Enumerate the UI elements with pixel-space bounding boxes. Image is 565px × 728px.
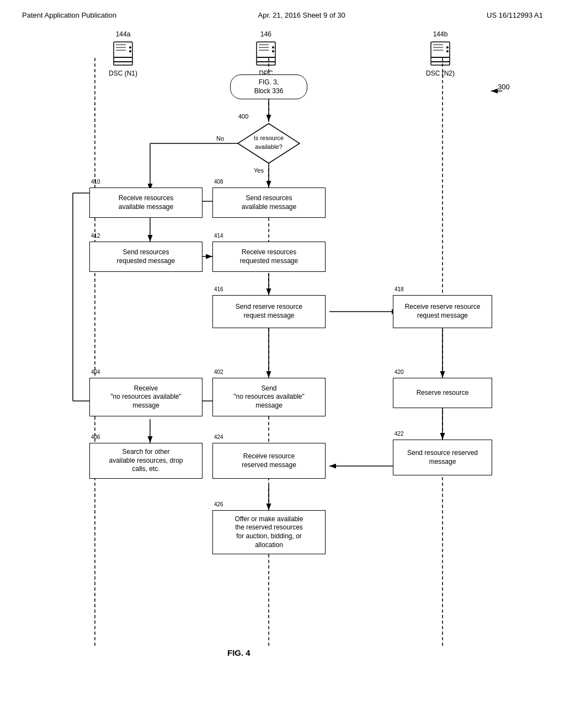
node-412-id: 412: [91, 232, 100, 239]
header-left: Patent Application Publication: [22, 11, 116, 19]
node-422-label: Send resource reserved message: [407, 449, 478, 465]
node-426-id: 426: [214, 501, 223, 508]
header-right: US 16/112993 A1: [487, 11, 543, 19]
yes-label: Yes: [254, 167, 264, 174]
node-416-label: Send reserve resource request message: [236, 303, 302, 319]
node-408-label: Send resources available message: [242, 194, 296, 211]
node-402-label: Send "no resources available" message: [233, 384, 305, 409]
diagram-area: 144a DSC (N1) 146: [23, 25, 542, 676]
dsc-n2-entity: 144b DSC (N2): [426, 30, 455, 77]
diamond-400: 400 Is resource available?: [236, 121, 302, 167]
node-404-id: 404: [91, 368, 100, 376]
dsc-n1-id-label: 144a: [109, 30, 137, 38]
dpc-id-label: 146: [252, 30, 280, 38]
node-404-label: Receive "no resources available" message: [110, 384, 182, 409]
box-408: 408 Send resources available message: [212, 188, 326, 218]
dsc-n2-label: DSC (N2): [426, 69, 455, 77]
node-420-label: Reserve resource: [417, 389, 469, 397]
node-414-id: 414: [214, 232, 223, 239]
dsc-n1-entity: 144a DSC (N1): [109, 30, 137, 77]
node-406-id: 406: [91, 433, 100, 441]
node-406-label: Search for other available resources, dr…: [109, 448, 183, 473]
svg-text:Is resource: Is resource: [254, 135, 284, 141]
svg-rect-25: [114, 57, 132, 62]
dsc-n1-label: DSC (N1): [109, 69, 137, 77]
box-420: 420 Reserve resource: [393, 378, 492, 408]
figure-number-arrow: [487, 85, 503, 97]
fig3-block-ref: FIG. 3, Block 336: [230, 74, 307, 99]
header-middle: Apr. 21, 2016 Sheet 9 of 30: [258, 11, 345, 19]
box-402: 402 Send "no resources available" messag…: [212, 378, 326, 416]
svg-point-44: [446, 50, 449, 52]
dpc-icon: [252, 39, 280, 67]
box-416: 416 Send reserve resource request messag…: [212, 295, 326, 328]
svg-point-36: [272, 50, 274, 52]
dpc-entity: 146 DPC: [252, 30, 280, 77]
dsc-n1-icon: [109, 39, 137, 67]
box-404: 404 Receive "no resources available" mes…: [89, 378, 202, 416]
box-412: 412 Send resources requested message: [89, 242, 202, 272]
node-418-label: Receive reserve resource request message: [405, 303, 481, 319]
node-408-id: 408: [214, 178, 223, 185]
node-426-label: Offer or make available the reserved res…: [235, 515, 303, 549]
node-400-id: 400: [238, 113, 248, 120]
page: Patent Application Publication Apr. 21, …: [0, 0, 565, 728]
box-418: 418 Receive reserve resource request mes…: [393, 295, 492, 328]
svg-point-27: [129, 46, 131, 49]
node-422-id: 422: [395, 430, 404, 437]
box-424: 424 Receive resource reserved message: [212, 443, 326, 479]
svg-rect-41: [431, 57, 450, 62]
dsc-n2-icon: [427, 39, 454, 67]
no-label: No: [216, 135, 224, 142]
svg-rect-42: [431, 62, 450, 65]
box-426: 426 Offer or make available the reserved…: [212, 510, 326, 554]
node-410-id: 410: [91, 178, 100, 185]
svg-point-35: [272, 46, 274, 49]
box-410: 410 Receive resources available message: [89, 188, 202, 218]
svg-text:available?: available?: [255, 143, 282, 150]
svg-rect-34: [257, 62, 275, 65]
node-410-label: Receive resources available message: [119, 194, 173, 211]
box-406: 406 Search for other available resources…: [89, 443, 202, 479]
svg-rect-32: [257, 42, 275, 57]
svg-point-28: [129, 50, 131, 52]
page-header: Patent Application Publication Apr. 21, …: [22, 11, 543, 19]
node-418-id: 418: [395, 286, 404, 293]
svg-point-43: [446, 46, 449, 49]
node-414-label: Receive resources requested message: [240, 248, 298, 265]
svg-rect-40: [431, 42, 450, 57]
node-420-id: 420: [395, 368, 404, 376]
dsc-n2-id-label: 144b: [426, 30, 455, 38]
node-402-id: 402: [214, 368, 223, 376]
box-422: 422 Send resource reserved message: [393, 440, 492, 475]
node-412-label: Send resources requested message: [117, 248, 175, 265]
box-414: 414 Receive resources requested message: [212, 242, 326, 272]
svg-rect-26: [114, 62, 132, 65]
figure-label: FIG. 4: [227, 648, 250, 657]
diamond-400-shape: Is resource available?: [236, 121, 302, 165]
node-424-label: Receive resource reserved message: [242, 452, 296, 469]
node-424-id: 424: [214, 433, 223, 441]
svg-rect-24: [114, 42, 132, 57]
svg-rect-33: [257, 57, 275, 62]
node-416-id: 416: [214, 286, 223, 293]
